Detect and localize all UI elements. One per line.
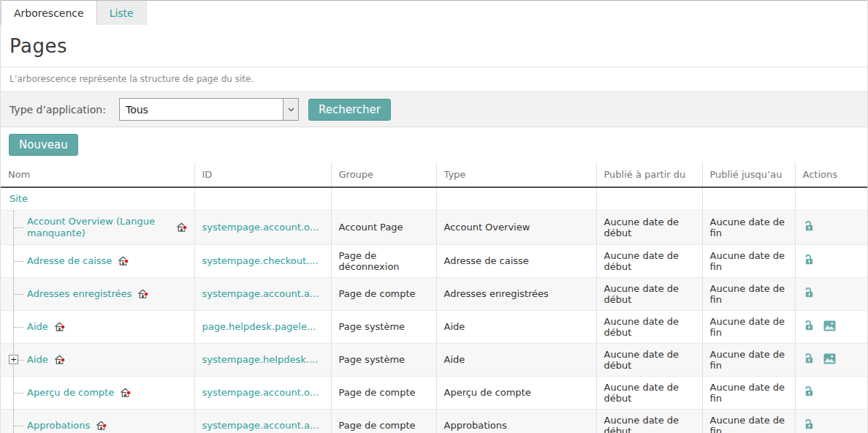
unlock-icon[interactable]: [803, 320, 815, 331]
tab-liste[interactable]: Liste: [97, 1, 147, 25]
tree-connector-line: [14, 261, 23, 262]
group-cell: Page de déconnexion: [331, 244, 436, 277]
table-row: Aide page.helpdesk.pagele...Page système…: [1, 310, 867, 343]
group-cell: Account Page: [331, 210, 436, 244]
table-body: Site Account Overview (Langue manquante)…: [1, 187, 867, 433]
published-from-cell: Aucune date de début: [596, 310, 702, 343]
page-id-link[interactable]: systempage.account.o...: [202, 387, 319, 398]
actions-cell: [795, 277, 867, 310]
table-row: Aperçu de compte systempage.account.o...…: [1, 376, 867, 409]
image-icon[interactable]: [823, 353, 836, 364]
published-to-cell: Aucune date de fin: [702, 343, 795, 376]
published-to-cell: Aucune date de fin: [702, 244, 795, 277]
page-subtitle: L’arborescence représente la structure d…: [1, 67, 867, 92]
unlock-icon[interactable]: [803, 418, 815, 430]
tree-connector-line: [14, 393, 23, 394]
pages-module: Arborescence Liste Pages L’arborescence …: [0, 0, 868, 433]
tree-branch-line: [13, 410, 14, 433]
table-row: +Aide systempage.helpdesk....Page systèm…: [1, 343, 867, 376]
tree-connector-line: [14, 227, 23, 228]
page-name-link[interactable]: Aide: [27, 354, 48, 366]
group-cell: Page de compte: [331, 277, 436, 310]
column-header-actions: Actions: [795, 162, 867, 187]
home-page-icon: [118, 255, 129, 266]
unlock-icon[interactable]: [803, 385, 815, 397]
column-header-publie-a-partir-du: Publié à partir du: [596, 162, 702, 187]
actions-cell: [795, 310, 867, 343]
actions-cell: [795, 210, 867, 244]
site-root-link[interactable]: Site: [9, 193, 28, 204]
table-header-row: Nom ID Groupe Type Publié à partir du Pu…: [1, 162, 867, 187]
type-cell: Account Overview: [436, 210, 596, 244]
published-to-cell: Aucune date de fin: [702, 310, 795, 343]
unlock-icon[interactable]: [803, 353, 815, 364]
actions-cell: [795, 244, 867, 277]
actions-cell: [795, 409, 867, 433]
tree-connector-line: [14, 426, 23, 426]
page-id-link[interactable]: systempage.checkout....: [202, 255, 319, 266]
group-cell: Page de compte: [331, 376, 436, 409]
page-name-link[interactable]: Aide: [27, 321, 48, 333]
type-cell: Aide: [436, 310, 596, 343]
image-icon[interactable]: [823, 320, 836, 331]
filter-bar: Type d’application: Tous Rechercher: [1, 92, 867, 127]
home-page-icon: [54, 321, 65, 332]
search-button[interactable]: Rechercher: [308, 99, 391, 121]
page-name-link[interactable]: Adresses enregistrées: [27, 288, 132, 300]
type-cell: Aperçu de compte: [436, 376, 596, 409]
unlock-icon[interactable]: [803, 287, 815, 298]
published-to-cell: Aucune date de fin: [702, 210, 795, 244]
home-page-icon: [96, 420, 107, 431]
published-from-cell: Aucune date de début: [596, 244, 702, 277]
type-cell: Adresses enregistrées: [436, 277, 596, 310]
actions-cell: [795, 343, 867, 376]
page-name-link[interactable]: Approbations: [27, 420, 90, 432]
column-header-id: ID: [194, 162, 331, 187]
published-from-cell: Aucune date de début: [596, 409, 702, 433]
home-page-icon: [137, 288, 148, 299]
table-row: Approbations systempage.account.a...Page…: [1, 409, 867, 433]
group-cell: Page système: [331, 343, 436, 376]
published-from-cell: Aucune date de début: [596, 343, 702, 376]
page-id-link[interactable]: systempage.account.a...: [202, 420, 319, 431]
column-header-type: Type: [436, 162, 596, 187]
new-button[interactable]: Nouveau: [9, 134, 78, 156]
unlock-icon[interactable]: [803, 254, 815, 266]
page-id-link[interactable]: systempage.account.a...: [202, 288, 319, 299]
tab-arborescence[interactable]: Arborescence: [1, 1, 97, 25]
published-from-cell: Aucune date de début: [596, 277, 702, 310]
home-page-icon: [54, 354, 65, 365]
chevron-down-icon: [283, 99, 298, 120]
page-name-link[interactable]: Aperçu de compte: [27, 387, 114, 399]
toolbar: Nouveau: [1, 127, 867, 162]
home-page-icon: [120, 387, 131, 398]
table-row: Account Overview (Langue manquante) syst…: [1, 210, 867, 244]
group-cell: Page système: [331, 310, 436, 343]
type-cell: Aide: [436, 343, 596, 376]
page-title: Pages: [9, 35, 859, 57]
tree-connector-line: [14, 327, 23, 328]
page-id-link[interactable]: systempage.helpdesk....: [202, 354, 319, 365]
application-type-label: Type d’application:: [9, 104, 119, 116]
published-to-cell: Aucune date de fin: [702, 277, 795, 310]
published-to-cell: Aucune date de fin: [702, 409, 795, 433]
site-root-row: Site: [1, 187, 867, 210]
page-name-link[interactable]: Account Overview (Langue manquante): [27, 216, 170, 239]
table-row: Adresses enregistrées systempage.account…: [1, 277, 867, 310]
published-from-cell: Aucune date de début: [596, 210, 702, 244]
published-from-cell: Aucune date de début: [596, 376, 702, 409]
page-id-link[interactable]: systempage.account.o...: [202, 222, 319, 233]
tree-connector-line: [14, 294, 23, 295]
expand-node-icon[interactable]: +: [9, 355, 18, 364]
type-cell: Approbations: [436, 409, 596, 433]
page-id-link[interactable]: page.helpdesk.pagele...: [202, 321, 316, 332]
group-cell: Page de compte: [331, 409, 436, 433]
tab-bar: Arborescence Liste: [1, 0, 867, 25]
application-type-select[interactable]: Tous: [119, 98, 299, 121]
column-header-publie-jusquau: Publié jusqu’au: [702, 162, 795, 187]
unlock-icon[interactable]: [803, 220, 815, 232]
type-cell: Adresse de caisse: [436, 244, 596, 277]
page-name-link[interactable]: Adresse de caisse: [27, 255, 112, 267]
table-row: Adresse de caisse systempage.checkout...…: [1, 244, 867, 277]
column-header-groupe: Groupe: [331, 162, 436, 187]
